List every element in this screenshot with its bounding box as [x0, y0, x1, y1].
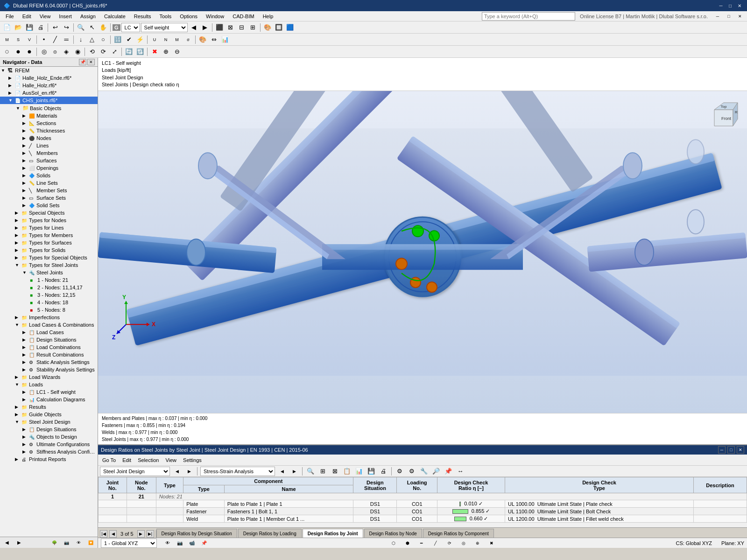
st-btn4[interactable]: ╱ — [430, 538, 441, 548]
tb3-9[interactable]: ⟳ — [98, 47, 108, 57]
menu-assign[interactable]: Assign — [77, 12, 99, 21]
tree-item-solids[interactable]: ▶ 🔷 Solids — [0, 172, 98, 179]
goto-btn[interactable]: Go To — [100, 455, 118, 465]
tree-item-loads[interactable]: ▼ 📁 Loads — [0, 381, 98, 388]
tb-icon3[interactable]: ⊠ — [330, 466, 340, 476]
st-btn8[interactable]: ✖ — [486, 538, 497, 548]
tsteel-arrow[interactable]: ▼ — [15, 263, 21, 267]
cd-arrow[interactable]: ▶ — [22, 397, 29, 402]
nav-close-btn[interactable]: ✕ — [87, 59, 95, 65]
minimize-button[interactable]: ─ — [717, 2, 725, 9]
tree-item-load-cases[interactable]: ▶ 📋 Load Cases — [0, 329, 98, 336]
panel-close-btn[interactable]: ✕ — [737, 446, 744, 454]
dsit-arrow[interactable]: ▶ — [22, 427, 29, 432]
tb3-2[interactable]: ⬢ — [13, 47, 23, 57]
tb3-4[interactable]: ◎ — [39, 47, 49, 57]
prev-analysis-btn[interactable]: ◀ — [277, 466, 287, 476]
tree-item-load-combinations[interactable]: ▶ 📋 Load Combinations — [0, 343, 98, 351]
members-btn[interactable]: M — [2, 35, 12, 45]
nav-scroll-left[interactable]: ◀ — [2, 538, 12, 548]
tree-item-stability-analysis[interactable]: ▶ ⚙ Stability Analysis Settings — [0, 366, 98, 373]
coord-system-select[interactable]: 1 - Global XYZ — [101, 539, 157, 548]
tb3-3[interactable]: ⬣ — [24, 47, 35, 57]
close-button[interactable]: ✕ — [736, 2, 743, 9]
lc-selector[interactable]: LC1 — [121, 23, 140, 32]
so-arrow[interactable]: ▶ — [15, 210, 21, 215]
st-btn1[interactable]: ⬡ — [388, 538, 399, 548]
redo-btn[interactable]: ↪ — [61, 22, 71, 33]
as-arrow[interactable]: ▶ — [8, 91, 15, 95]
tl-arrow[interactable]: ▶ — [15, 225, 21, 230]
menu-options[interactable]: Options — [176, 12, 201, 21]
menu-view[interactable]: View — [36, 12, 55, 21]
tree-item-materials[interactable]: ▶ 🟧 Materials — [0, 112, 98, 119]
tree-item-types-special[interactable]: ▶ 📁 Types for Special Objects — [0, 254, 98, 261]
tree-item-printout[interactable]: ▶ 🖨 Printout Reports — [0, 455, 98, 463]
table-row[interactable]: Weld Plate to Plate 1 | Member Cut 1 ...… — [99, 515, 747, 523]
bo-arrow[interactable]: ▼ — [16, 106, 22, 111]
st-btn5[interactable]: ⟳ — [444, 538, 455, 548]
tab-design-joint[interactable]: Design Ratios by Joint — [303, 529, 363, 538]
ms-arrow[interactable]: ▶ — [22, 188, 29, 193]
st-btn6[interactable]: ◎ — [458, 538, 469, 548]
tree-item-load-combos[interactable]: ▼ 📁 Load Cases & Combinations — [0, 321, 98, 329]
imp-arrow[interactable]: ▶ — [15, 315, 21, 320]
maximize-button[interactable]: □ — [726, 2, 734, 9]
maximize-app-button[interactable]: □ — [724, 11, 734, 21]
support-btn[interactable]: △ — [87, 35, 97, 45]
status-eye-btn[interactable]: 👁 — [162, 538, 173, 548]
tree-item-openings[interactable]: ▶ ⬜ Openings — [0, 164, 98, 172]
disp-btn[interactable]: U — [149, 35, 160, 45]
tb-icon12[interactable]: 📌 — [443, 466, 453, 476]
st-btn2[interactable]: ⬢ — [402, 538, 413, 548]
print-btn[interactable]: 🖨 — [35, 22, 46, 33]
shade-btn[interactable]: 🟦 — [285, 22, 295, 33]
tree-item-surfaces[interactable]: ▶ ▭ Surfaces — [0, 157, 98, 164]
tree-item-basic-objects[interactable]: ▼ 📁 Basic Objects — [0, 104, 98, 112]
next-lc-btn[interactable]: ▶ — [200, 22, 210, 33]
tree-item-guide-objects[interactable]: ▶ 📁 Guide Objects — [0, 411, 98, 418]
tree-item-members[interactable]: ▶ ╲ Members — [0, 149, 98, 157]
tab-design-loading[interactable]: Design Ratios by Loading — [238, 529, 302, 538]
tree-item-types-surfaces[interactable]: ▶ 📁 Types for Surfaces — [0, 239, 98, 246]
undo-btn[interactable]: ↩ — [50, 22, 60, 33]
mat-arrow[interactable]: ▶ — [22, 113, 29, 118]
view-top-btn[interactable]: ⊠ — [226, 22, 236, 33]
tree-item-joint3[interactable]: ■ 3 - Nodes: 12,15 — [0, 291, 98, 299]
tree-item-rfem[interactable]: ▼ 🏗 RFEM — [0, 67, 98, 74]
hh-arrow[interactable]: ▶ — [8, 83, 15, 88]
tb-icon10[interactable]: 🔧 — [419, 466, 429, 476]
status-pin-btn[interactable]: 📌 — [199, 538, 209, 548]
tree-item-member-sets[interactable]: ▶ ╲ Member Sets — [0, 187, 98, 194]
renumber-btn[interactable]: 🔢 — [113, 35, 123, 45]
tree-item-chs[interactable]: ▼ 📄 CHS_joints.rf6* — [0, 97, 98, 104]
tb-icon4[interactable]: 📋 — [342, 466, 352, 476]
chs-arrow[interactable]: ▼ — [8, 98, 15, 103]
moment-btn[interactable]: M — [172, 35, 182, 45]
menu-insert[interactable]: Insert — [55, 12, 76, 21]
ds-arrow[interactable]: ▶ — [22, 337, 29, 342]
tb-icon2[interactable]: ⊞ — [317, 466, 328, 476]
edit-btn[interactable]: Edit — [120, 455, 134, 465]
tsurf-arrow[interactable]: ▶ — [15, 240, 21, 245]
sec-arrow[interactable]: ▶ — [22, 121, 29, 126]
tree-item-sections[interactable]: ▶ 📐 Sections — [0, 119, 98, 127]
tree-item-halle-holz-ende[interactable]: ▶ 📄 Halle_Holz_Ende.rf6* — [0, 74, 98, 82]
design-combo[interactable]: Steel Joint Design — [100, 467, 170, 476]
tree-item-results[interactable]: ▶ 📁 Results — [0, 403, 98, 411]
tree-item-design-situations[interactable]: ▶ 📋 Design Situations — [0, 336, 98, 343]
tree-item-solid-sets[interactable]: ▶ 🔷 Solid Sets — [0, 202, 98, 209]
check-btn[interactable]: ✔ — [124, 35, 134, 45]
scale-btn[interactable]: ⇔ — [209, 35, 219, 45]
tsol-arrow[interactable]: ▶ — [15, 248, 21, 252]
panel-minimize-btn[interactable]: ─ — [718, 446, 726, 454]
status-camera-btn[interactable]: 📷 — [175, 538, 185, 548]
tb3-5[interactable]: ⌾ — [50, 47, 60, 57]
solset-arrow[interactable]: ▶ — [22, 203, 29, 208]
sjd-arrow[interactable]: ▼ — [15, 420, 21, 424]
tree-item-types-steel[interactable]: ▼ 📁 Types for Steel Joints — [0, 261, 98, 269]
open-btn[interactable]: 📂 — [13, 22, 23, 33]
table-row[interactable]: Plate Plate to Plate 1 | Plate 1 DS1 CO1… — [99, 500, 747, 508]
tree-item-aussol[interactable]: ▶ 📄 AusSol_en.rf6* — [0, 89, 98, 97]
tb3-8[interactable]: ⟲ — [87, 47, 97, 57]
